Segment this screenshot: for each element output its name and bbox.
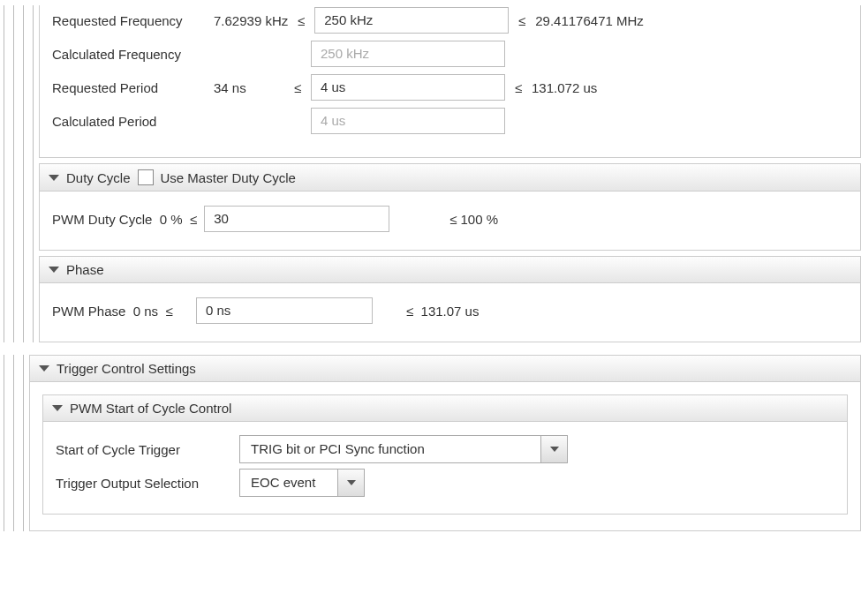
duty-cycle-title: Duty Cycle [66,170,131,185]
req-period-max: 131.072 us [532,80,597,95]
soc-trigger-select[interactable]: TRIG bit or PCI Sync function [239,435,568,463]
chevron-down-icon [347,480,356,485]
use-master-duty-label: Use Master Duty Cycle [161,170,296,185]
leq-icon: ≤ [516,13,528,28]
calc-period-output: 4 us [311,108,505,134]
pwm-phase-max: 131.07 us [421,304,480,319]
req-period-input[interactable]: 4 us [311,74,505,101]
req-freq-max: 29.41176471 MHz [535,13,644,28]
calc-freq-label: Calculated Frequency [52,47,207,62]
soc-trigger-value: TRIG bit or PCI Sync function [240,436,540,462]
trigger-output-value: EOC event [240,470,337,496]
leq-icon: ≤ [512,80,525,95]
phase-title: Phase [66,262,104,277]
req-freq-label: Requested Frequency [52,13,207,28]
trigger-settings-title: Trigger Control Settings [57,361,196,376]
pwm-phase-input[interactable]: 0 ns [196,297,373,324]
leq-icon: ≤ [406,304,413,319]
req-freq-min: 7.62939 kHz [214,13,288,28]
chevron-down-icon [52,405,63,411]
leq-icon: ≤ [295,13,307,28]
phase-header[interactable]: Phase [40,257,860,283]
pwm-phase-min: 0 ns [133,304,158,319]
trigger-settings-header[interactable]: Trigger Control Settings [30,356,860,382]
chevron-down-icon [39,365,49,372]
leq-icon: ≤ [291,80,304,95]
soc-control-title: PWM Start of Cycle Control [70,401,231,416]
pwm-duty-min: 0 % [160,212,183,227]
dropdown-button[interactable] [540,436,567,462]
pwm-duty-label: PWM Duty Cycle [52,212,152,227]
pwm-phase-label: PWM Phase [52,304,125,319]
duty-cycle-header[interactable]: Duty Cycle Use Master Duty Cycle [40,164,860,192]
calc-freq-output: 250 kHz [311,41,505,67]
trigger-output-label: Trigger Output Selection [56,476,232,491]
soc-trigger-label: Start of Cycle Trigger [56,442,232,457]
req-period-label: Requested Period [52,80,207,95]
leq-icon: ≤ [165,304,172,319]
pwm-duty-input[interactable]: 30 [204,206,389,232]
soc-control-header[interactable]: PWM Start of Cycle Control [43,395,847,422]
pwm-duty-max: ≤ 100 % [449,212,498,227]
leq-icon: ≤ [190,212,197,227]
req-freq-input[interactable]: 250 kHz [314,7,509,34]
chevron-down-icon [49,175,59,181]
chevron-down-icon [49,267,59,273]
chevron-down-icon [550,447,559,452]
req-period-min: 34 ns [214,80,284,95]
use-master-duty-checkbox[interactable] [138,169,154,185]
calc-period-label: Calculated Period [52,114,207,129]
dropdown-button[interactable] [337,470,364,496]
trigger-output-select[interactable]: EOC event [239,469,365,497]
